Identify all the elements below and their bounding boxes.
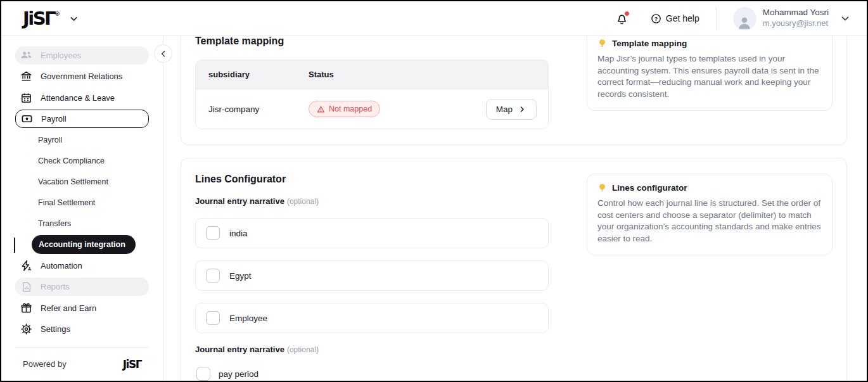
jisr-logo: JiSΓ® <box>23 10 60 28</box>
active-indicator-bar <box>14 238 15 253</box>
top-header: JiSΓ® ? Get help <box>1 1 867 36</box>
user-email: m.yousry@jisr.net <box>763 18 829 29</box>
sidebar-subitem-payroll[interactable]: Payroll <box>1 129 163 150</box>
user-name: Mohammad Yosri <box>763 8 829 18</box>
get-help-label: Get help <box>666 13 699 23</box>
chevron-left-icon <box>159 49 168 58</box>
help-icon: ? <box>651 13 661 24</box>
sidebar-item-employees[interactable]: Employees <box>15 46 149 65</box>
template-mapping-title: Template mapping <box>195 36 549 47</box>
option-label: pay period <box>219 369 258 379</box>
table-header-row: subsidiary Status <box>196 60 548 89</box>
sidebar-item-label: Attendance & Leave <box>41 93 115 103</box>
main-content: Template mapping subsidiary Status Jisr-… <box>163 36 867 381</box>
sidebar-subitem-final-settlement[interactable]: Final Settlement <box>1 193 163 213</box>
tip-body: Control how each journal line is structu… <box>597 198 822 245</box>
pay-period-checkbox[interactable] <box>196 367 210 381</box>
status-badge: Not mapped <box>309 101 380 117</box>
narrative-option-india[interactable]: india <box>195 218 549 248</box>
notification-dot <box>624 11 630 16</box>
narrative-option-pay-period[interactable]: pay period <box>195 367 549 381</box>
template-mapping-tip-card: Template mapping Map Jisr’s journal type… <box>587 36 833 111</box>
optional-hint: (optional) <box>287 197 319 206</box>
journal-entry-narrative-label-2: Journal entry narrative(optional) <box>195 345 549 354</box>
lines-configurator-section: Lines Configurator Journal entry narrati… <box>181 158 847 381</box>
gear-icon <box>20 323 32 335</box>
column-header-status: Status <box>309 70 548 79</box>
journal-entry-narrative-label-1: Journal entry narrative(optional) <box>195 196 549 206</box>
option-label: Egypt <box>229 271 252 281</box>
app-window: JiSΓ® ? Get help <box>1 1 867 381</box>
header-divider <box>716 7 717 30</box>
map-button[interactable]: Map <box>486 99 537 120</box>
subsidiary-cell: Jisr-company <box>196 105 309 114</box>
sidebar-subitem-vacation-settlement[interactable]: Vacation Settlement <box>1 171 163 192</box>
narrative-option-employee[interactable]: Employee <box>195 303 549 333</box>
sidebar-item-government-relations[interactable]: Government Relations <box>15 67 149 86</box>
lines-configurator-title: Lines Configurator <box>195 174 549 185</box>
column-header-subsidiary: subsidiary <box>196 70 309 79</box>
narrative-option-egypt[interactable]: Egypt <box>195 260 549 291</box>
sidebar-item-label: Employees <box>41 51 81 60</box>
option-label: Employee <box>229 314 267 323</box>
sidebar-item-reports[interactable]: Reports <box>15 277 149 296</box>
employee-checkbox[interactable] <box>206 311 220 325</box>
chevron-down-icon <box>69 14 79 23</box>
gift-icon <box>20 302 32 314</box>
sidebar-item-automation[interactable]: A Automation <box>15 257 149 275</box>
avatar <box>733 7 756 30</box>
sidebar-item-label: Payroll <box>41 114 67 124</box>
calendar-icon <box>20 92 32 104</box>
sidebar-item-refer-and-earn[interactable]: Refer and Earn <box>15 298 149 317</box>
sidebar-item-label: Settings <box>41 324 70 334</box>
svg-text:?: ? <box>654 15 658 22</box>
tip-title: Lines configurator <box>612 183 687 193</box>
report-icon <box>20 281 32 293</box>
bank-icon <box>20 70 32 82</box>
powered-by-label: Powered by <box>23 359 67 369</box>
sidebar-subitem-transfers[interactable]: Transfers <box>1 213 163 234</box>
option-label: india <box>229 229 248 238</box>
warning-icon <box>317 105 325 113</box>
subsidiary-table: subsidiary Status Jisr-company Not ma <box>195 60 549 129</box>
table-row: Jisr-company Not mapped Map <box>196 89 548 129</box>
sidebar-item-label: Refer and Earn <box>41 303 96 313</box>
tip-title: Template mapping <box>612 39 687 48</box>
sidebar: Employees Government Relations Attendanc… <box>1 36 163 381</box>
company-switcher[interactable]: JiSΓ® <box>23 10 79 28</box>
chevron-right-icon <box>518 105 527 113</box>
sidebar-subitem-accounting-integration[interactable]: Accounting integration <box>32 235 136 254</box>
svg-text:A: A <box>28 267 31 271</box>
sidebar-item-label: Automation <box>41 261 82 271</box>
lightbulb-icon <box>597 183 607 193</box>
jisr-footer-logo: JiSΓ <box>123 358 141 371</box>
template-mapping-section: Template mapping subsidiary Status Jisr-… <box>181 36 847 145</box>
sidebar-item-attendance-leave[interactable]: Attendance & Leave <box>15 89 149 107</box>
egypt-checkbox[interactable] <box>206 269 220 283</box>
sidebar-item-payroll[interactable]: Payroll <box>15 110 149 128</box>
sidebar-subitem-check-compliance[interactable]: Check Compliance <box>1 150 163 171</box>
optional-hint: (optional) <box>287 345 319 354</box>
sidebar-item-label: Government Relations <box>41 72 122 81</box>
user-menu[interactable]: Mohammad Yosri m.yousry@jisr.net <box>733 7 850 30</box>
tip-body: Map Jisr’s journal types to templates us… <box>597 53 822 100</box>
lightbulb-icon <box>597 39 607 48</box>
sidebar-item-label: Reports <box>41 282 70 291</box>
sidebar-collapse-button[interactable] <box>154 44 172 63</box>
sidebar-item-settings[interactable]: Settings <box>15 320 149 338</box>
registered-mark: ® <box>54 11 60 17</box>
employees-icon <box>20 49 32 61</box>
chevron-down-icon <box>840 13 850 23</box>
notifications-button[interactable] <box>616 13 628 25</box>
get-help-button[interactable]: ? Get help <box>651 13 699 24</box>
banknote-icon <box>21 113 33 125</box>
automation-icon: A <box>20 260 32 272</box>
lines-configurator-tip-card: Lines configurator Control how each jour… <box>587 174 833 255</box>
india-checkbox[interactable] <box>206 226 220 240</box>
